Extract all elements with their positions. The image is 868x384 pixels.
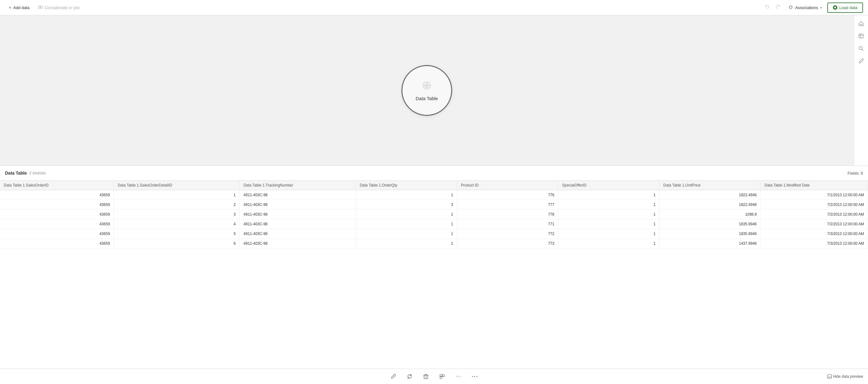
svg-rect-20 bbox=[440, 374, 442, 376]
table-cell-5-4: 773 bbox=[457, 239, 558, 248]
bottom-toolbar: Hide data preview bbox=[0, 369, 868, 384]
svg-line-13 bbox=[862, 50, 863, 51]
concatenate-button[interactable]: Concatenate or join bbox=[34, 3, 84, 12]
data-table-title: Data Table bbox=[5, 171, 27, 176]
table-cell-0-2: 4911-403C-98 bbox=[240, 190, 356, 200]
data-table-sources: 2 sources bbox=[29, 171, 46, 175]
associations-icon bbox=[788, 5, 793, 11]
table-sidebar-button[interactable] bbox=[856, 30, 867, 41]
table-cell-5-0: 43659 bbox=[0, 239, 114, 248]
table-cell-4-3: 1 bbox=[356, 229, 457, 239]
data-table-fields-count: Fields: 8 bbox=[848, 171, 863, 176]
table-cell-2-2: 4911-403C-98 bbox=[240, 210, 356, 219]
svg-rect-21 bbox=[442, 374, 444, 376]
table-header-row: Data Table 1.SalesOrderIDData Table 1.Sa… bbox=[0, 181, 868, 190]
table-header-5: SpecialOfferID bbox=[558, 181, 659, 190]
table-cell-0-4: 776 bbox=[457, 190, 558, 200]
table-cell-2-0: 43659 bbox=[0, 210, 114, 219]
merge-tool-button[interactable] bbox=[453, 371, 464, 382]
table-cell-4-7: 7/3/2013 12:00:00 AM bbox=[761, 229, 868, 239]
associations-button[interactable]: Associations ▾ bbox=[784, 2, 826, 13]
table-cell-5-6: 1437.9946 bbox=[659, 239, 761, 248]
add-data-button[interactable]: + Add data bbox=[5, 3, 33, 12]
svg-point-25 bbox=[476, 376, 477, 377]
table-row: 4365954911-403C-98177211835.99467/3/2013… bbox=[0, 229, 868, 239]
table-header-1: Data Table 1.SalesOrderDetailID bbox=[114, 181, 240, 190]
svg-rect-9 bbox=[859, 34, 863, 38]
table-row: 4365914911-403C-98177611822.49467/1/2013… bbox=[0, 190, 868, 200]
table-cell-5-1: 6 bbox=[114, 239, 240, 248]
table-header-4: Product ID bbox=[457, 181, 558, 190]
table-cell-1-2: 4911-403C-98 bbox=[240, 200, 356, 210]
load-data-button[interactable]: Load data bbox=[827, 2, 863, 13]
table-cell-0-0: 43659 bbox=[0, 190, 114, 200]
pen-sidebar-button[interactable] bbox=[856, 55, 867, 67]
table-cell-3-3: 1 bbox=[356, 219, 457, 229]
search-sidebar-button[interactable] bbox=[856, 43, 867, 54]
table-cell-2-5: 1 bbox=[558, 210, 659, 219]
table-cell-0-1: 1 bbox=[114, 190, 240, 200]
table-cell-4-2: 4911-403C-98 bbox=[240, 229, 356, 239]
table-cell-1-5: 1 bbox=[558, 200, 659, 210]
data-section: Data Table 1.SalesOrderIDData Table 1.Sa… bbox=[0, 181, 868, 369]
table-cell-1-1: 2 bbox=[114, 200, 240, 210]
canvas-area: Data Table bbox=[0, 15, 854, 166]
table-header-7: Data Table 1.Modified Date bbox=[761, 181, 868, 190]
table-cell-2-1: 3 bbox=[114, 210, 240, 219]
table-row: 4365944911-403C-98177111835.99467/2/2013… bbox=[0, 219, 868, 229]
home-sidebar-button[interactable] bbox=[856, 18, 867, 29]
table-cell-4-1: 5 bbox=[114, 229, 240, 239]
hide-preview-button[interactable]: Hide data preview bbox=[827, 374, 863, 379]
undo-button[interactable] bbox=[762, 2, 772, 12]
table-cell-4-6: 1835.9946 bbox=[659, 229, 761, 239]
svg-point-24 bbox=[474, 376, 475, 377]
data-table-info-bar: Data Table 2 sources Fields: 8 bbox=[0, 166, 868, 181]
table-cell-2-7: 7/2/2013 12:00:00 AM bbox=[761, 210, 868, 219]
table-cell-5-5: 1 bbox=[558, 239, 659, 248]
table-cell-4-0: 43659 bbox=[0, 229, 114, 239]
table-header-6: Data Table 1.UnitPrice bbox=[659, 181, 761, 190]
table-cell-1-6: 1822.4946 bbox=[659, 200, 761, 210]
table-cell-2-4: 778 bbox=[457, 210, 558, 219]
svg-rect-1 bbox=[41, 6, 42, 8]
concatenate-icon bbox=[38, 5, 42, 10]
table-cell-5-3: 1 bbox=[356, 239, 457, 248]
redo-button[interactable] bbox=[773, 2, 783, 12]
table-cell-1-0: 43659 bbox=[0, 200, 114, 210]
table-cell-3-1: 4 bbox=[114, 219, 240, 229]
more-tool-button[interactable] bbox=[469, 371, 480, 382]
svg-rect-0 bbox=[38, 6, 40, 8]
table-node-label: Data Table bbox=[415, 96, 438, 101]
svg-rect-15 bbox=[424, 375, 428, 379]
table-cell-3-6: 1835.9946 bbox=[659, 219, 761, 229]
right-sidebar bbox=[854, 15, 868, 166]
table-header-2: Data Table 1.TrackingNumber bbox=[240, 181, 356, 190]
data-table: Data Table 1.SalesOrderIDData Table 1.Sa… bbox=[0, 181, 868, 248]
table-cell-0-6: 1822.4946 bbox=[659, 190, 761, 200]
table-cell-0-3: 1 bbox=[356, 190, 457, 200]
table-cell-3-0: 43659 bbox=[0, 219, 114, 229]
table-header-0: Data Table 1.SalesOrderID bbox=[0, 181, 114, 190]
table-cell-1-7: 7/2/2013 12:00:00 AM bbox=[761, 200, 868, 210]
svg-point-12 bbox=[859, 47, 862, 50]
table-cell-5-2: 4911-403C-98 bbox=[240, 239, 356, 248]
table-cell-2-6: 1098.9 bbox=[659, 210, 761, 219]
table-header-3: Data Table 1.OrderQty bbox=[356, 181, 457, 190]
svg-rect-26 bbox=[828, 375, 831, 378]
refresh-tool-button[interactable] bbox=[404, 371, 415, 382]
data-table-node[interactable]: Data Table bbox=[401, 65, 452, 116]
table-cell-3-4: 771 bbox=[457, 219, 558, 229]
plus-icon: + bbox=[9, 5, 11, 10]
edit-tool-button[interactable] bbox=[388, 371, 399, 382]
delete-tool-button[interactable] bbox=[420, 371, 432, 382]
dropdown-chevron-icon: ▾ bbox=[820, 6, 822, 9]
table-cell-3-2: 4911-403C-98 bbox=[240, 219, 356, 229]
data-table-wrapper[interactable]: Data Table 1.SalesOrderIDData Table 1.Sa… bbox=[0, 181, 868, 369]
split-tool-button[interactable] bbox=[436, 371, 448, 382]
table-cell-0-5: 1 bbox=[558, 190, 659, 200]
table-cell-1-4: 777 bbox=[457, 200, 558, 210]
table-row: 4365934911-403C-98177811098.97/2/2013 12… bbox=[0, 210, 868, 219]
svg-rect-22 bbox=[440, 377, 442, 379]
svg-point-23 bbox=[472, 376, 473, 377]
table-cell-3-7: 7/2/2013 12:00:00 AM bbox=[761, 219, 868, 229]
